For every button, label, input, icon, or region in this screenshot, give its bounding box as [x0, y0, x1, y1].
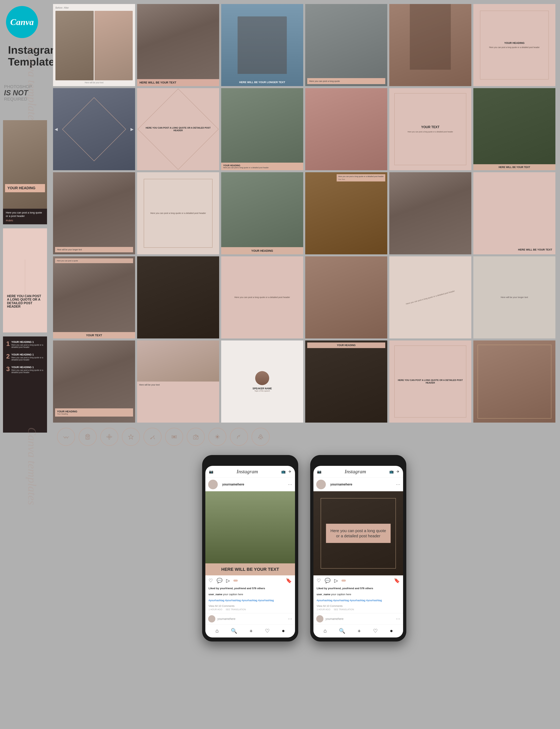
- comment-dots-2[interactable]: ⋯: [396, 616, 400, 622]
- sidebar: Canva Instagram Templates PHOTOSHOP IS N…: [0, 0, 53, 729]
- comment-action-1[interactable]: 💬: [217, 578, 223, 583]
- post-hashtags-1: #yourhashtag #yourhashtag #yourhashtag #…: [205, 598, 295, 604]
- username-1: yournamehere: [222, 483, 244, 486]
- card-r4c3: Here you can post a long quote or a deta…: [221, 256, 303, 338]
- card-r3c3: YOUR HEADING: [221, 172, 303, 254]
- nav-heart-1[interactable]: ♡: [265, 628, 270, 634]
- num3-body: Here you can post a long quote or a deta…: [11, 369, 44, 374]
- num1-heading: YOUR HEADING 1: [11, 340, 44, 343]
- template-row-4: Here you can post a quote YOUR TEXT Here: [53, 256, 555, 338]
- view-comments-1[interactable]: View All 10 Comments: [205, 604, 295, 608]
- story-card-2: HERE YOU CAN POST A LONG QUOTE OR A DETA…: [3, 228, 47, 332]
- icon-circle-heels: [144, 428, 162, 446]
- subtitle-line2: IS NOT: [4, 89, 50, 96]
- nav-search-1[interactable]: 🔍: [231, 628, 237, 634]
- comment-dots-1[interactable]: ⋯: [288, 616, 292, 622]
- card-r5c5: HERE YOU CAN POST A LONG QUOTE OR A DETA…: [389, 340, 471, 423]
- icon-circle-sparkle: [208, 428, 226, 446]
- story-numbered-card: 1 YOUR HEADING 1 Here you can post a lon…: [3, 336, 47, 433]
- svg-rect-0: [86, 435, 90, 439]
- tv-icon: 📺: [281, 470, 286, 474]
- post-image-2: Here you can post a long quote or a deta…: [313, 491, 403, 575]
- card-r2c3: YOUR HEADING Here you can post a long qu…: [221, 88, 303, 170]
- template-row-5: YOUR HEADING Your Heading Here will be y…: [53, 340, 555, 423]
- username-2: yournamehere: [330, 483, 352, 486]
- numbered-item-2: 2 YOUR HEADING 1 Here you can post a lon…: [6, 353, 44, 361]
- post-user-caption-1: user_name your caption here: [205, 592, 295, 598]
- card-r5c1: YOUR HEADING Your Heading: [53, 340, 135, 423]
- numbered-item-1: 1 YOUR HEADING 1 Here you can post a lon…: [6, 340, 44, 348]
- num2-heading: YOUR HEADING 1: [11, 353, 44, 356]
- templates-area: Before After Here will be your text HERE…: [53, 4, 555, 642]
- hashtag-text-1: #yourhashtag #yourhashtag #yourhashtag #…: [209, 599, 274, 602]
- share-action-1[interactable]: ▷: [226, 578, 230, 583]
- subtitle-line3: REQUIRED: [4, 96, 50, 102]
- nav-profile-2[interactable]: ●: [390, 628, 393, 634]
- comment-avatar-2: [316, 615, 323, 623]
- comment-username-1: yournamehere: [217, 617, 235, 621]
- bookmark-action-1[interactable]: 🔖: [286, 578, 292, 583]
- insta-header-2: 📷 Instagram 📺 ✈: [313, 466, 403, 478]
- nav-home-1[interactable]: ⌂: [216, 628, 219, 634]
- tv-icon-2: 📺: [389, 470, 394, 474]
- comment-area-1: yournamehere ⋯: [205, 613, 295, 625]
- nav-search-2[interactable]: 🔍: [339, 628, 345, 634]
- send-icon: ✈: [288, 470, 291, 474]
- svg-point-13: [197, 436, 198, 437]
- card-r4c6: Here will be your longer text: [473, 256, 555, 338]
- num-2: 2: [6, 353, 10, 359]
- camera-nav-icon-2: 📷: [317, 470, 321, 474]
- instagram-logo-1: Instagram: [237, 469, 258, 475]
- card-r5c3: SPEAKER NAME Topic of the speech: [221, 340, 303, 423]
- card-r3c5: [389, 172, 471, 254]
- num-1: 1: [6, 340, 10, 347]
- nav-home-2[interactable]: ⌂: [324, 628, 327, 634]
- phone-mockup-2: 📷 Instagram 📺 ✈ yournamehere ⋯: [310, 455, 406, 642]
- phone-screen-1: 📷 Instagram 📺 ✈ yournamehere ⋯: [205, 466, 295, 638]
- post-caption-2: Liked by yourfriend, youfriend and 576 o…: [313, 586, 403, 592]
- story1-hashtag: #rubric: [6, 219, 44, 222]
- icon-circle-flower: [100, 428, 118, 446]
- dots-menu-1[interactable]: ⋯: [288, 482, 292, 487]
- nav-plus-2[interactable]: +: [357, 628, 361, 634]
- share-action-2[interactable]: ▷: [334, 578, 338, 583]
- svg-point-12: [195, 437, 197, 439]
- svg-point-15: [260, 436, 261, 437]
- num2-body: Here you can post a long quote or a deta…: [11, 356, 44, 361]
- nav-profile-1[interactable]: ●: [282, 628, 285, 634]
- nav-plus-1[interactable]: +: [249, 628, 253, 634]
- num3-heading: YOUR HEADING 1: [11, 366, 44, 369]
- page-title: Instagram Templates: [4, 44, 50, 68]
- likes-indicator-2: [341, 580, 346, 582]
- bottom-nav-2: ⌂ 🔍 + ♡ ●: [313, 625, 403, 638]
- comment-action-2[interactable]: 💬: [325, 578, 331, 583]
- dots-menu-2[interactable]: ⋯: [396, 482, 400, 487]
- svg-rect-3: [87, 438, 88, 439]
- svg-marker-9: [128, 435, 133, 439]
- card-r4c4: [305, 256, 387, 338]
- view-comments-2[interactable]: View All 10 Comments: [313, 604, 403, 608]
- insta-icons-2: 📺 ✈: [389, 470, 399, 474]
- caption-text-1: your caption here: [223, 593, 243, 596]
- phone1-post-heading: HERE WILL BE YOUR TEXT: [209, 567, 291, 572]
- card-r3c1: Here will be your longer text: [53, 172, 135, 254]
- icon-circle-building: [79, 428, 97, 446]
- phone2-post-heading: Here you can post a long quote or a deta…: [330, 528, 386, 539]
- card-r2c6: HERE WILL BE YOUR TEXT: [473, 88, 555, 170]
- nav-heart-2[interactable]: ♡: [373, 628, 378, 634]
- card-r1c2: HERE WILL BE YOUR TEXT: [137, 4, 219, 86]
- story-card-1: YOUR HEADING Here you can post a long qu…: [3, 120, 47, 224]
- avatar-1: [208, 480, 218, 489]
- page-wrapper: Canva Instagram Templates PHOTOSHOP IS N…: [0, 0, 560, 729]
- bookmark-action-2[interactable]: 🔖: [394, 578, 400, 583]
- card-r1c5: [389, 4, 471, 86]
- card-r4c5: Here you can post a long quote or a deta…: [389, 256, 471, 338]
- template-row-3: Here will be your longer text Here you c…: [53, 172, 555, 254]
- heart-action-1[interactable]: ♡: [209, 578, 213, 583]
- story1-heading: YOUR HEADING: [7, 186, 43, 190]
- heart-action-2[interactable]: ♡: [317, 578, 321, 583]
- likes-indicator-1: [233, 580, 238, 582]
- phone-screen-2: 📷 Instagram 📺 ✈ yournamehere ⋯: [313, 466, 403, 638]
- icon-circles-section: [57, 425, 555, 449]
- hashtag-text-2: #yourhashtag #yourhashtag #yourhashtag #…: [317, 599, 382, 602]
